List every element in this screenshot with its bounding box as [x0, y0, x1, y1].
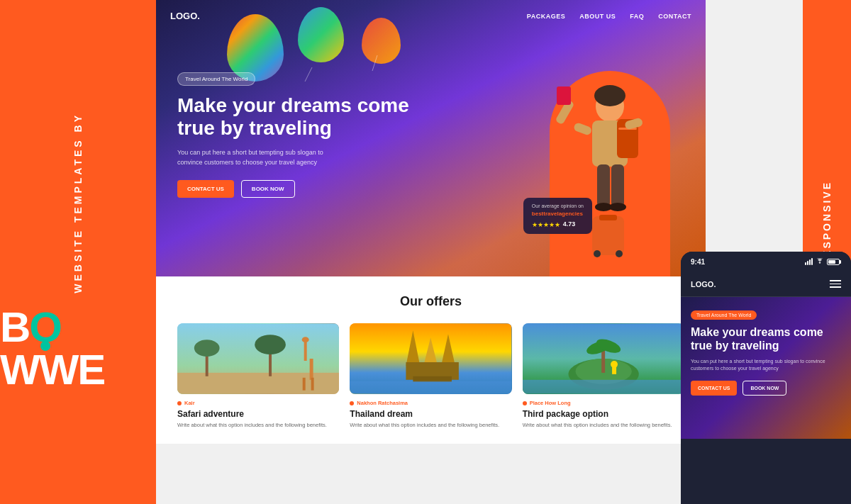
hamburger-line-2: [830, 284, 841, 285]
mobile-badge: Travel Around The World: [691, 310, 757, 320]
svg-point-19: [616, 250, 623, 257]
svg-rect-30: [311, 378, 314, 391]
hamburger-line-3: [830, 286, 841, 288]
svg-rect-26: [310, 359, 313, 380]
svg-point-25: [255, 335, 286, 354]
hero-nav: LOGO. PACKAGES ABOUT US FAQ CONTACT: [156, 0, 706, 32]
mobile-buttons: CONTACT US BOOK NOW: [691, 381, 841, 396]
svg-point-28: [302, 337, 309, 342]
mobile-time: 9:41: [691, 258, 705, 266]
svg-rect-27: [304, 341, 307, 361]
offer-title-package[interactable]: Third package option: [523, 409, 684, 419]
hero-subtitle: You can put here a short but tempting su…: [177, 148, 340, 167]
svg-rect-8: [597, 164, 610, 207]
mobile-subtitle: You can put here a short but tempting su…: [691, 358, 841, 372]
svg-point-23: [194, 340, 220, 357]
nav-packages[interactable]: PACKAGES: [527, 13, 565, 20]
desktop-logo: LOGO.: [170, 11, 200, 21]
offer-title-thailand[interactable]: Thailand dream: [350, 409, 511, 419]
nav-links: PACKAGES ABOUT US FAQ CONTACT: [527, 13, 691, 20]
offer-location-thailand: Nakhon Ratchasima: [350, 400, 511, 406]
mobile-title: Make your dreams come true by traveling: [691, 325, 841, 352]
svg-point-45: [611, 361, 618, 368]
left-panel: WEBSITE TEMPLATES BY BOWWE: [0, 0, 156, 504]
offers-grid: Kair Safari adventure Write about what t…: [177, 323, 684, 430]
hero-contact-button[interactable]: CONTACT US: [177, 180, 234, 198]
svg-point-11: [609, 203, 626, 211]
bowwe-brand: BOWWE: [0, 306, 156, 391]
rating-score: 4.73: [563, 220, 576, 228]
svg-rect-9: [611, 164, 624, 207]
rating-site: besttravelagencies: [532, 211, 584, 217]
battery-icon: [827, 259, 841, 265]
mobile-logo: LOGO.: [691, 280, 716, 289]
offer-desc-thailand: Write about what this option includes an…: [350, 422, 511, 430]
traveler-svg: [553, 64, 667, 276]
offer-title-safari[interactable]: Safari adventure: [177, 409, 339, 419]
offer-location-package: Place How Long: [523, 400, 684, 406]
location-dot-2: [350, 401, 354, 405]
svg-rect-44: [523, 380, 684, 394]
mobile-status-icons: [805, 258, 841, 265]
hero-content: Travel Around The World Make your dreams…: [177, 71, 433, 198]
svg-rect-16: [592, 216, 624, 255]
offer-card-package: Place How Long Third package option Writ…: [523, 323, 684, 430]
mobile-hero: Travel Around The World Make your dreams…: [681, 297, 851, 439]
offers-section: Our offers: [156, 276, 706, 444]
traveler-figure: [543, 57, 677, 276]
svg-rect-17: [599, 215, 617, 220]
traveler-area: [543, 43, 684, 276]
nav-contact[interactable]: CONTACT: [658, 13, 691, 20]
offer-image-thailand: [350, 323, 511, 394]
mobile-nav: LOGO.: [681, 271, 851, 297]
nav-faq[interactable]: FAQ: [630, 13, 644, 20]
offer-card-safari: Kair Safari adventure Write about what t…: [177, 323, 339, 430]
mobile-status-bar: 9:41: [681, 252, 851, 271]
hamburger-menu[interactable]: [830, 280, 841, 288]
location-dot-3: [523, 401, 527, 405]
rating-text: Our average opinion on: [532, 203, 584, 208]
offer-desc-safari: Write about what this option includes an…: [177, 422, 339, 430]
svg-rect-37: [350, 381, 511, 394]
offer-image-safari: [177, 323, 339, 394]
hero-section: LOGO. PACKAGES ABOUT US FAQ CONTACT Trav…: [156, 0, 706, 276]
offer-card-thailand: Nakhon Ratchasima Thailand dream Write a…: [350, 323, 511, 430]
signal-icon: [805, 258, 813, 265]
rating-stars: ★★★★★: [532, 221, 560, 228]
bowwe-logo-container: BOWWE: [0, 306, 156, 391]
offers-title: Our offers: [177, 294, 684, 309]
svg-rect-12: [573, 122, 593, 136]
svg-rect-46: [612, 367, 616, 374]
website-templates-by-text: WEBSITE TEMPLATES BY: [72, 113, 84, 293]
offer-desc-package: Write about what this option includes an…: [523, 422, 684, 430]
hero-buttons: CONTACT US BOOK NOW: [177, 180, 433, 198]
desktop-preview: LOGO. PACKAGES ABOUT US FAQ CONTACT Trav…: [156, 0, 706, 504]
hamburger-line-1: [830, 280, 841, 281]
nav-about[interactable]: ABOUT US: [579, 13, 616, 20]
svg-point-18: [594, 250, 601, 257]
rating-badge: Our average opinion on besttravelagencie…: [523, 198, 592, 234]
main-content: LOGO. PACKAGES ABOUT US FAQ CONTACT Trav…: [156, 0, 851, 504]
offer-location-safari: Kair: [177, 400, 339, 406]
hero-badge: Travel Around The World: [177, 72, 255, 86]
svg-rect-15: [557, 86, 571, 105]
hero-book-button[interactable]: BOOK NOW: [241, 180, 295, 198]
svg-rect-36: [413, 376, 452, 382]
svg-line-1: [372, 55, 377, 71]
hero-title: Make your dreams come true by traveling: [177, 94, 433, 140]
mobile-book-button[interactable]: BOOK NOW: [742, 381, 786, 396]
wifi-icon: [816, 258, 824, 265]
location-dot: [177, 401, 182, 405]
svg-rect-21: [177, 373, 339, 394]
mobile-preview: 9:41: [681, 252, 851, 504]
offer-image-package: [523, 323, 684, 394]
svg-rect-29: [303, 378, 306, 391]
svg-point-4: [594, 85, 625, 106]
mobile-contact-button[interactable]: CONTACT US: [691, 381, 737, 396]
